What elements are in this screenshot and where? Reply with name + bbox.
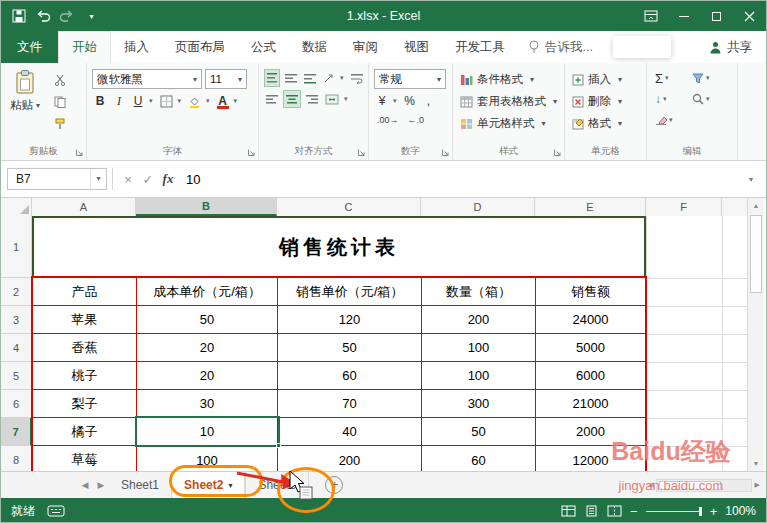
format-cells-button[interactable]: 格式▾	[570, 113, 641, 134]
fill-handle[interactable]	[276, 443, 281, 448]
row-header-6[interactable]: 6	[1, 390, 32, 418]
row-header-2[interactable]: 2	[1, 278, 32, 306]
cell-a4[interactable]: 香蕉	[33, 334, 137, 362]
header-cell[interactable]: 成本单价（元/箱）	[137, 278, 278, 306]
cell-c4[interactable]: 50	[278, 334, 422, 362]
select-all-button[interactable]	[1, 198, 32, 216]
col-header-f[interactable]: F	[646, 198, 722, 216]
customize-qat-icon[interactable]: ▾	[79, 4, 103, 28]
sheet-nav-right-icon[interactable]: ▶	[93, 472, 109, 498]
enter-icon[interactable]: ✓	[138, 172, 158, 187]
align-right-icon[interactable]	[304, 90, 320, 108]
horizontal-scrollbar[interactable]: ◀ ▶	[648, 477, 760, 493]
row-header-7[interactable]: 7	[1, 418, 32, 446]
percent-style-icon[interactable]: %	[402, 92, 418, 110]
cell-a8[interactable]: 草莓	[33, 446, 137, 471]
autosum-button[interactable]: Σ▾	[655, 69, 689, 87]
merge-center-icon[interactable]	[323, 90, 341, 108]
tab-data[interactable]: 数据	[289, 31, 340, 63]
clipboard-dialog-launcher-icon[interactable]	[75, 148, 84, 157]
accounting-format-icon[interactable]: ¥	[374, 92, 390, 110]
bold-button[interactable]: B	[92, 92, 108, 110]
align-left-icon[interactable]	[264, 90, 280, 108]
format-painter-button[interactable]	[51, 116, 69, 132]
formula-input[interactable]: 10	[178, 172, 742, 187]
cell-b5[interactable]: 20	[137, 362, 278, 390]
vertical-scrollbar[interactable]: ▲ ▼	[747, 198, 764, 471]
page-break-view-icon[interactable]	[607, 505, 622, 517]
table-title-cell[interactable]: 销售统计表	[32, 216, 646, 278]
header-cell[interactable]: 产品	[33, 278, 137, 306]
cell-b3[interactable]: 50	[137, 306, 278, 334]
zoom-in-icon[interactable]: +	[710, 505, 718, 518]
cell-e8[interactable]: 12000	[536, 446, 645, 471]
cell-e5[interactable]: 6000	[536, 362, 645, 390]
scroll-down-icon[interactable]: ▼	[748, 456, 764, 471]
formula-bar-expand-icon[interactable]: ▾	[742, 175, 760, 184]
copy-button[interactable]	[51, 94, 69, 110]
cell-styles-button[interactable]: 单元格样式▾	[458, 113, 559, 134]
increase-decimal-icon[interactable]: .00→	[374, 113, 402, 127]
tab-file[interactable]: 文件	[1, 31, 58, 63]
fill-button[interactable]: ↓▾	[655, 90, 689, 108]
scroll-right-icon[interactable]: ▶	[755, 481, 760, 489]
tab-home[interactable]: 开始	[58, 31, 111, 63]
orientation-icon[interactable]	[321, 69, 337, 87]
sheet-tab-sheet1[interactable]: Sheet1	[109, 472, 172, 498]
cell-a3[interactable]: 苹果	[33, 306, 137, 334]
zoom-slider[interactable]	[646, 511, 702, 512]
col-header-a[interactable]: A	[32, 198, 136, 216]
cell-d3[interactable]: 200	[422, 306, 536, 334]
normal-view-icon[interactable]	[561, 505, 576, 517]
row-header-1[interactable]: 1	[1, 216, 32, 278]
zoom-level[interactable]: 100%	[725, 504, 756, 518]
col-header-b[interactable]: B	[136, 198, 277, 216]
align-center-icon[interactable]	[283, 90, 301, 108]
redo-icon[interactable]	[55, 4, 79, 28]
cell-d5[interactable]: 100	[422, 362, 536, 390]
cell-e7[interactable]: 2000	[536, 418, 645, 446]
cancel-icon[interactable]: ×	[118, 172, 138, 187]
scroll-up-icon[interactable]: ▲	[748, 198, 764, 213]
clear-button[interactable]: ▾	[655, 111, 689, 129]
conditional-formatting-button[interactable]: 条件格式▾	[458, 69, 559, 90]
insert-cells-button[interactable]: 插入▾	[570, 69, 641, 90]
italic-button[interactable]: I	[111, 92, 127, 110]
col-header-d[interactable]: D	[421, 198, 535, 216]
sheet-nav-left-icon[interactable]: ◀	[77, 472, 93, 498]
cell-a5[interactable]: 桃子	[33, 362, 137, 390]
zoom-slider-thumb[interactable]	[699, 507, 702, 516]
cell-c7[interactable]: 40	[278, 418, 422, 446]
zoom-out-icon[interactable]: −	[630, 505, 638, 518]
cell-b6[interactable]: 30	[137, 390, 278, 418]
alignment-dialog-launcher-icon[interactable]	[357, 148, 366, 157]
font-name-combo[interactable]: 微软雅黑▾	[92, 69, 202, 89]
cell-c6[interactable]: 70	[278, 390, 422, 418]
tab-formulas[interactable]: 公式	[238, 31, 289, 63]
cell-c5[interactable]: 60	[278, 362, 422, 390]
tell-me-box[interactable]: 告诉我...	[518, 31, 603, 63]
close-button[interactable]	[733, 1, 766, 31]
cell-d4[interactable]: 100	[422, 334, 536, 362]
find-select-button[interactable]: ▾	[692, 90, 726, 108]
font-dialog-launcher-icon[interactable]	[247, 148, 256, 157]
col-header-c[interactable]: C	[277, 198, 421, 216]
bottom-align-icon[interactable]	[302, 69, 318, 87]
cell-a7[interactable]: 橘子	[33, 418, 137, 446]
row-header-8[interactable]: 8	[1, 446, 32, 471]
tab-view[interactable]: 视图	[391, 31, 442, 63]
cell-b4[interactable]: 20	[137, 334, 278, 362]
header-cell[interactable]: 销售额	[536, 278, 645, 306]
name-box-dropdown-icon[interactable]: ▾	[90, 169, 106, 189]
cell-e3[interactable]: 24000	[536, 306, 645, 334]
row-header-3[interactable]: 3	[1, 306, 32, 334]
tab-review[interactable]: 审阅	[340, 31, 391, 63]
minimize-button[interactable]	[667, 1, 700, 31]
row-header-4[interactable]: 4	[1, 334, 32, 362]
comma-style-icon[interactable]: ,	[421, 92, 437, 110]
cell-c3[interactable]: 120	[278, 306, 422, 334]
scroll-left-icon[interactable]: ◀	[648, 481, 653, 489]
name-box[interactable]: B7 ▾	[7, 168, 107, 190]
tab-page-layout[interactable]: 页面布局	[162, 31, 238, 63]
cell-a6[interactable]: 梨子	[33, 390, 137, 418]
